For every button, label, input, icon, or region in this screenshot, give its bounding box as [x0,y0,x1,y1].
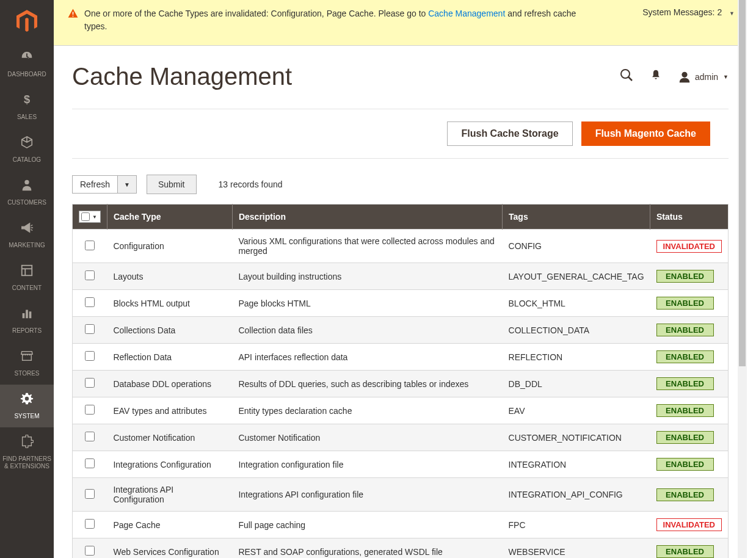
cell-status: ENABLED [650,263,729,290]
sidebar-item-reports[interactable]: REPORTS [0,299,54,342]
flush-cache-storage-button[interactable]: Flush Cache Storage [447,121,572,146]
scrollbar-track[interactable] [738,0,747,558]
status-badge: ENABLED [656,377,714,390]
status-badge: INVALIDATED [656,518,722,531]
col-description[interactable]: Description [232,205,502,230]
row-checkbox[interactable] [85,378,95,388]
submit-button[interactable]: Submit [147,175,197,194]
cache-management-link[interactable]: Cache Management [428,9,505,18]
svg-point-11 [621,70,630,78]
select-all-dropdown-icon[interactable]: ▼ [90,214,99,220]
cell-cache-type: Integrations API Configuration [107,478,232,512]
table-row: EAV types and attributesEntity types dec… [73,397,729,424]
status-badge: ENABLED [656,431,714,444]
cell-status: INVALIDATED [650,230,729,263]
sidebar-item-content[interactable]: CONTENT [0,256,54,299]
row-checkbox[interactable] [85,351,95,361]
cell-description: Collection data files [232,317,502,344]
sidebar-item-marketing[interactable]: MARKETING [0,214,54,256]
box-icon [20,136,34,153]
row-checkbox[interactable] [85,546,95,556]
cell-description: Results of DDL queries, such as describi… [232,371,502,397]
status-badge: ENABLED [656,350,714,363]
cell-status: ENABLED [650,344,729,371]
message-text-prefix: One or more of the Cache Types are inval… [84,9,428,18]
sidebar-item-label: REPORTS [12,327,42,335]
cell-cache-type: Customer Notification [107,424,232,451]
sidebar-item-label: DASHBOARD [7,71,46,78]
sidebar-item-catalog[interactable]: CATALOG [0,128,54,171]
table-row: Reflection DataAPI interfaces reflection… [73,344,729,371]
chevron-down-icon[interactable]: ▼ [118,175,137,194]
sidebar-item-customers[interactable]: CUSTOMERS [0,171,54,214]
cell-tags: INTEGRATION [503,451,650,478]
status-badge: INVALIDATED [656,240,722,253]
cell-cache-type: Blocks HTML output [107,290,232,317]
cell-description: Integration configuration file [232,451,502,478]
svg-line-12 [628,77,632,81]
col-status[interactable]: Status [650,205,729,230]
sidebar-item-label: CONTENT [12,284,42,292]
sidebar-item-dashboard[interactable]: DASHBOARD [0,43,54,85]
main-content: One or more of the Cache Types are inval… [54,0,747,558]
table-row: Collections DataCollection data filesCOL… [73,317,729,344]
cell-cache-type: Configuration [107,230,232,263]
cell-description: API interfaces reflection data [232,344,502,371]
sidebar-item-label: FIND PARTNERS & EXTENSIONS [2,455,51,470]
admin-user-menu[interactable]: admin [678,70,729,84]
select-all-checkbox[interactable] [81,212,90,221]
cell-tags: COLLECTION_DATA [503,317,650,344]
row-checkbox[interactable] [85,297,95,307]
flush-magento-cache-button[interactable]: Flush Magento Cache [581,121,710,146]
magento-logo[interactable] [0,0,54,43]
row-checkbox[interactable] [85,270,95,280]
col-cache-type[interactable]: Cache Type [107,205,232,230]
row-checkbox[interactable] [85,432,95,441]
status-badge: ENABLED [656,458,714,471]
gear-icon [20,392,34,409]
row-checkbox[interactable] [85,324,95,334]
cell-description: Full page caching [232,512,502,538]
cell-status: ENABLED [650,371,729,397]
system-message-bar: One or more of the Cache Types are inval… [54,0,747,46]
cell-tags: CUSTOMER_NOTIFICATION [503,424,650,451]
bars-icon [20,306,34,324]
cell-tags: WEBSERVICE [503,538,650,559]
cell-cache-type: Layouts [107,263,232,290]
table-row: Integrations API ConfigurationIntegratio… [73,478,729,512]
cell-cache-type: EAV types and attributes [107,397,232,424]
table-row: Integrations ConfigurationIntegration co… [73,451,729,478]
svg-rect-5 [23,313,25,318]
cell-tags: FPC [503,512,650,538]
cell-tags: DB_DDL [503,371,650,397]
sidebar-item-stores[interactable]: STORES [0,342,54,385]
svg-rect-10 [73,16,74,17]
svg-rect-7 [29,311,32,318]
cell-description: Various XML configurations that were col… [232,230,502,263]
table-row: LayoutsLayout building instructionsLAYOU… [73,263,729,290]
system-messages-count[interactable]: System Messages: 2 [642,7,735,17]
sidebar: DASHBOARD$SALESCATALOGCUSTOMERSMARKETING… [0,0,54,558]
sidebar-item-label: CUSTOMERS [7,199,46,206]
notifications-icon[interactable] [650,69,662,84]
search-icon[interactable] [619,68,634,85]
cell-description: REST and SOAP configurations, generated … [232,538,502,559]
row-checkbox[interactable] [85,458,95,468]
cell-description: Page blocks HTML [232,290,502,317]
row-checkbox[interactable] [85,405,95,415]
sidebar-item-system[interactable]: SYSTEM [0,385,54,427]
table-row: ConfigurationVarious XML configurations … [73,230,729,263]
svg-point-8 [25,397,29,400]
svg-text:$: $ [24,93,30,106]
row-checkbox[interactable] [85,519,95,529]
col-tags[interactable]: Tags [503,205,650,230]
sidebar-item-partners[interactable]: FIND PARTNERS & EXTENSIONS [0,427,54,477]
scrollbar-thumb[interactable] [739,0,746,366]
row-checkbox[interactable] [85,489,95,499]
sidebar-item-sales[interactable]: $SALES [0,85,54,128]
cell-status: ENABLED [650,317,729,344]
row-checkbox[interactable] [85,241,95,250]
system-message-text: One or more of the Cache Types are inval… [84,7,591,33]
table-row: Page CacheFull page cachingFPCINVALIDATE… [73,512,729,538]
mass-action-select[interactable]: Refresh ▼ [72,175,137,194]
